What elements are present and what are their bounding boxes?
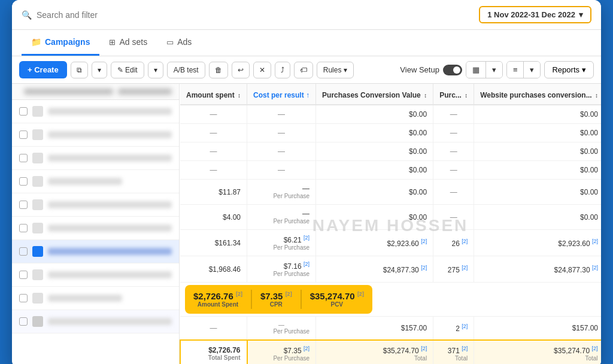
col-wp[interactable]: Website purchases conversion... ↕ xyxy=(474,84,601,105)
tab-adsets[interactable]: ⊞ Ad sets xyxy=(99,30,157,56)
reports-label: Reports xyxy=(552,65,579,74)
edit-button[interactable]: ✎ Edit xyxy=(111,62,144,78)
tag-button[interactable]: 🏷 xyxy=(294,62,313,78)
table-row: — — $0.00 — $0.00 — xyxy=(180,142,601,161)
cell-amount: — xyxy=(180,161,247,180)
highlight-amount: $2,726.76 [2] Amount Spent xyxy=(185,290,252,309)
cell-cpr: — Per Purchase xyxy=(247,205,316,230)
list-item[interactable] xyxy=(12,170,179,193)
cell-cpr: — xyxy=(247,124,316,142)
toolbar: + Create ⧉ ▾ ✎ Edit ▾ A/B test 🗑 ↩ ✕ ⤴ 🏷… xyxy=(12,56,601,84)
search-bar: 🔍 1 Nov 2022-31 Dec 2022 ▾ xyxy=(12,0,601,30)
dropdown-button[interactable]: ▾ xyxy=(92,62,107,78)
col-amount-spent-label: Amount spent xyxy=(186,91,235,99)
delete-button[interactable]: 🗑 xyxy=(209,62,228,78)
row-checkbox[interactable] xyxy=(19,224,28,232)
list-item[interactable] xyxy=(12,240,179,263)
row-checkbox[interactable] xyxy=(19,317,28,326)
view-setup-toggle[interactable] xyxy=(443,65,462,75)
row-checkbox[interactable] xyxy=(19,131,28,139)
cell-pcv: $2,923.60 [2] xyxy=(316,230,433,256)
table-row: $11.87 — Per Purchase $0.00 — $0.00 — xyxy=(180,180,601,205)
cell-amount: $161.34 xyxy=(180,230,247,256)
search-icon: 🔍 xyxy=(22,10,32,20)
rules-button[interactable]: Rules ▾ xyxy=(317,62,354,78)
adsets-icon: ⊞ xyxy=(109,38,116,47)
row-status-icon xyxy=(32,199,43,210)
cell-purch: — xyxy=(433,161,474,180)
list-item[interactable] xyxy=(12,123,179,147)
cell-wp: $0.00 xyxy=(474,124,601,142)
tab-ads[interactable]: ▭ Ads xyxy=(157,30,201,56)
reports-button[interactable]: Reports ▾ xyxy=(544,61,594,78)
table-row: $161.34 $6.21 [2] Per Purchase $2,923.60… xyxy=(180,230,601,256)
cell-pcv: $24,877.30 [2] xyxy=(316,256,433,283)
highlight-cpr: $7.35 [2] CPR xyxy=(252,290,302,309)
search-input[interactable] xyxy=(37,10,474,20)
col-wp-label: Website purchases conversion... xyxy=(480,91,592,99)
list-item[interactable] xyxy=(12,193,179,217)
row-checkbox[interactable] xyxy=(19,201,28,209)
list-item[interactable] xyxy=(12,147,179,170)
col-pcv[interactable]: Purchases Conversion Value ↕ xyxy=(316,84,433,105)
cell-amount: $4.00 xyxy=(180,205,247,230)
ads-icon: ▭ xyxy=(166,38,174,47)
main-content: NAYEM HOSSEN Amount spent ↕ Cost per res… xyxy=(12,84,601,364)
columns-dropdown[interactable]: ▾ xyxy=(524,62,540,78)
row-name xyxy=(48,295,122,302)
cell-purch: 2 [2] xyxy=(433,317,474,341)
review-button[interactable]: ⤴ xyxy=(275,62,290,78)
tab-campaigns[interactable]: 📁 Campaigns xyxy=(22,30,99,56)
row-name xyxy=(48,131,172,138)
sidebar-header xyxy=(12,84,179,100)
list-item[interactable] xyxy=(12,217,179,240)
row-checkbox[interactable] xyxy=(19,154,28,162)
row-checkbox[interactable] xyxy=(19,271,28,279)
list-item[interactable] xyxy=(12,100,179,123)
table-row: $4.00 — Per Purchase $0.00 — $0.00 — xyxy=(180,205,601,230)
row-name xyxy=(48,154,172,162)
cell-amount: $11.87 xyxy=(180,180,247,205)
cell-wp: $0.00 xyxy=(474,205,601,230)
row-status-icon xyxy=(32,269,43,280)
ab-test-button[interactable]: A/B test xyxy=(167,62,205,78)
cell-cpr: — xyxy=(247,105,316,124)
list-item[interactable] xyxy=(12,310,179,333)
row-name xyxy=(48,318,172,325)
total-wp: $35,274.70 [2] Total xyxy=(474,340,601,364)
table-row: — — $0.00 — $0.00 — xyxy=(180,124,601,142)
row-checkbox[interactable] xyxy=(19,107,28,116)
row-name xyxy=(48,178,122,185)
grid-view-button[interactable]: ▦ xyxy=(466,62,486,78)
col-amount-spent[interactable]: Amount spent ↕ xyxy=(180,84,247,105)
list-item[interactable] xyxy=(12,287,179,310)
columns-button[interactable]: ≡ xyxy=(507,62,524,78)
create-button[interactable]: + Create xyxy=(19,61,67,78)
row-status-icon xyxy=(32,223,43,233)
tab-ads-label: Ads xyxy=(177,37,192,47)
row-checkbox[interactable] xyxy=(19,247,28,256)
row-checkbox[interactable] xyxy=(19,177,28,186)
cell-purch: 26 [2] xyxy=(433,230,474,256)
view-setup: View Setup xyxy=(400,65,462,75)
discard-button[interactable]: ✕ xyxy=(253,62,271,78)
table-row: $1,968.46 $7.16 [2] Per Purchase $24,877… xyxy=(180,256,601,283)
cell-cpr: — xyxy=(247,142,316,161)
cell-wp: $24,877.30 [2] xyxy=(474,256,601,283)
row-status-icon xyxy=(32,293,43,304)
duplicate-button[interactable]: ⧉ xyxy=(71,62,88,78)
row-name xyxy=(48,271,172,278)
date-range-button[interactable]: 1 Nov 2022-31 Dec 2022 ▾ xyxy=(479,6,591,23)
undo-button[interactable]: ↩ xyxy=(232,62,250,78)
reports-chevron-icon: ▾ xyxy=(582,65,586,74)
list-item[interactable] xyxy=(12,263,179,287)
row-status-icon xyxy=(32,106,43,117)
col-cpr[interactable]: Cost per result ↑ xyxy=(247,84,316,105)
cell-purch: 275 [2] xyxy=(433,256,474,283)
col-purch[interactable]: Purc... ↕ xyxy=(433,84,474,105)
table-row: — — $0.00 — $0.00 — xyxy=(180,161,601,180)
grid-view-dropdown[interactable]: ▾ xyxy=(486,62,502,78)
data-table: NAYEM HOSSEN Amount spent ↕ Cost per res… xyxy=(180,84,601,364)
row-checkbox[interactable] xyxy=(19,294,28,302)
edit-dropdown-button[interactable]: ▾ xyxy=(148,62,163,78)
